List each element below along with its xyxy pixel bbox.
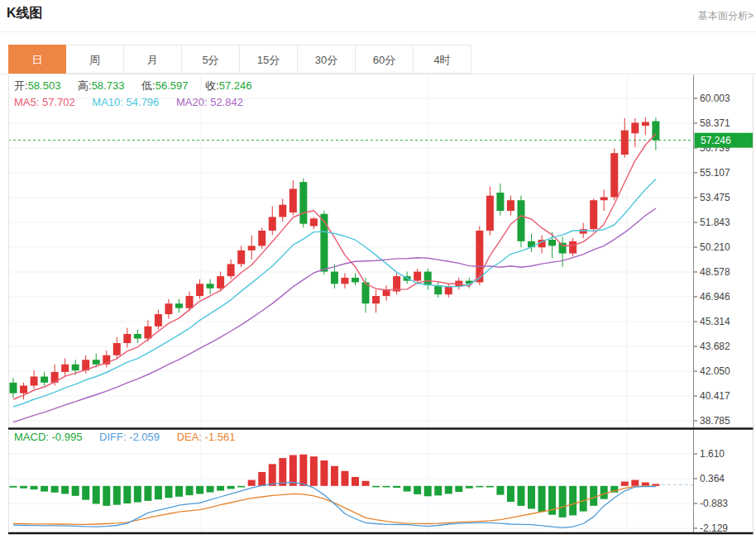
svg-text:60.003: 60.003 <box>700 93 730 104</box>
tab-day[interactable]: 日 <box>8 45 66 74</box>
macd-label: MACD: <box>14 431 49 443</box>
ma20-value: 52.842 <box>210 96 243 108</box>
svg-text:0.364: 0.364 <box>700 473 725 484</box>
dea-value: -1.561 <box>205 431 236 443</box>
fundamental-analysis-link[interactable]: 基本面分析> <box>698 9 754 23</box>
chart-area: 60.00358.37156.73955.10753.47551.84350.2… <box>0 74 756 539</box>
close-value: 57.246 <box>219 79 252 92</box>
ma10-label: MA10: <box>92 96 123 108</box>
ma5-label: MA5: <box>14 96 39 108</box>
kline-macd-chart[interactable]: 60.00358.37156.73955.10753.47551.84350.2… <box>0 74 756 539</box>
open-label: 开: <box>14 79 28 92</box>
svg-text:-0.883: -0.883 <box>700 498 728 509</box>
svg-text:58.371: 58.371 <box>700 117 730 129</box>
title-divider <box>0 31 756 32</box>
ma10-value: 54.796 <box>127 96 160 108</box>
ohlc-info: 开:58.503 高:58.733 低:56.597 收:57.246 <box>14 79 266 93</box>
svg-text:1.610: 1.610 <box>700 448 725 460</box>
low-value: 56.597 <box>156 79 189 92</box>
svg-text:38.785: 38.785 <box>700 415 730 427</box>
tab-60min[interactable]: 60分 <box>356 45 414 74</box>
svg-text:55.107: 55.107 <box>700 167 730 179</box>
svg-text:51.843: 51.843 <box>700 217 730 228</box>
ma-info: MA5: 57.702 MA10: 54.796 MA20: 52.842 <box>14 96 243 108</box>
tab-week[interactable]: 周 <box>66 45 124 74</box>
tab-month[interactable]: 月 <box>124 45 182 74</box>
tab-15min[interactable]: 15分 <box>240 45 298 74</box>
svg-text:43.682: 43.682 <box>700 341 730 352</box>
macd-value: -0.995 <box>52 431 83 443</box>
ma5-value: 57.702 <box>42 96 75 108</box>
page-title: K线图 <box>7 5 43 22</box>
svg-text:50.210: 50.210 <box>700 241 730 253</box>
open-value: 58.503 <box>28 79 61 92</box>
svg-text:53.475: 53.475 <box>700 192 730 203</box>
tab-5min[interactable]: 5分 <box>182 45 240 74</box>
svg-text:46.946: 46.946 <box>700 291 730 303</box>
svg-text:40.417: 40.417 <box>700 390 730 402</box>
svg-text:48.578: 48.578 <box>700 266 730 278</box>
ma20-label: MA20: <box>176 96 208 108</box>
dea-label: DEA: <box>177 431 202 443</box>
diff-value: -2.059 <box>129 431 160 443</box>
period-tabs: 日 周 月 5分 15分 30分 60分 4时 <box>0 45 756 74</box>
high-label: 高: <box>78 79 92 92</box>
svg-text:42.050: 42.050 <box>700 365 730 377</box>
diff-label: DIFF: <box>99 431 127 443</box>
low-label: 低: <box>141 79 156 92</box>
high-value: 58.733 <box>92 79 125 92</box>
close-label: 收: <box>205 79 219 92</box>
current-price-tag: 57.246 <box>701 135 731 146</box>
tab-4hour[interactable]: 4时 <box>414 45 471 74</box>
tab-30min[interactable]: 30分 <box>298 45 356 74</box>
macd-info: MACD: -0.995 DIFF: -2.059 DEA: -1.561 <box>14 431 235 443</box>
svg-text:45.314: 45.314 <box>700 316 730 327</box>
